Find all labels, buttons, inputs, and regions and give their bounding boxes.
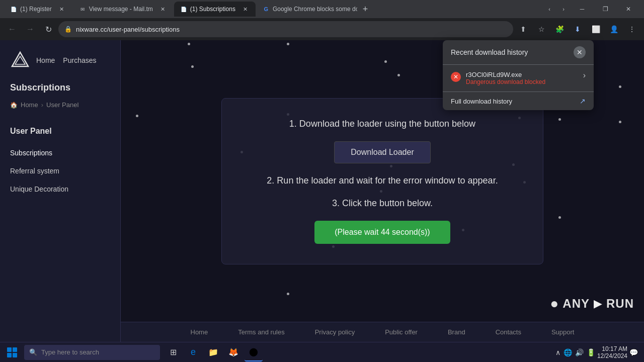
bookmark-button[interactable]: ☆ xyxy=(533,21,549,37)
download-loader-button[interactable]: Download Loader xyxy=(334,141,430,163)
profile-button[interactable]: 👤 xyxy=(606,21,622,37)
download-item-name: r3OCl0iRLd9W.exe xyxy=(466,71,578,78)
sidebar-panel-title: User Panel xyxy=(0,127,120,144)
full-history-link[interactable]: Full download history ↗ xyxy=(443,92,594,110)
sidebar-nav-purchases[interactable]: Purchases xyxy=(63,56,96,64)
lock-icon: 🔒 xyxy=(64,26,72,33)
forward-button[interactable]: → xyxy=(22,21,38,37)
instruction-step2: 2. Run the loader and wait for the error… xyxy=(267,175,498,186)
taskbar-file-explorer[interactable]: 📁 xyxy=(204,343,222,361)
back-button[interactable]: ← xyxy=(4,21,20,37)
taskbar-edge[interactable]: e xyxy=(184,343,202,361)
anyrun-any-text: ANY xyxy=(562,297,590,311)
notification-icon[interactable]: 💬 xyxy=(629,348,638,356)
taskbar-task-view[interactable]: ⊞ xyxy=(164,343,182,361)
tab-close-mail[interactable]: ✕ xyxy=(159,5,167,13)
start-square xyxy=(7,353,12,357)
footer-terms[interactable]: Terms and rules xyxy=(238,328,284,336)
taskbar-search-icon: 🔍 xyxy=(29,348,37,356)
new-tab-button[interactable]: + xyxy=(358,2,372,16)
download-item: ✕ r3OCl0iRLd9W.exe Dangerous download bl… xyxy=(443,65,594,92)
tab-label-mail: View message - Mail.tm xyxy=(89,6,153,13)
address-bar[interactable]: 🔒 nixware.cc/user-panel/subscriptions xyxy=(58,21,513,37)
start-button[interactable] xyxy=(0,342,24,363)
start-square xyxy=(7,347,12,352)
breadcrumb-home[interactable]: Home xyxy=(21,101,38,109)
edge-icon: e xyxy=(191,347,196,357)
close-button[interactable]: ✕ xyxy=(617,0,640,18)
sidebar-nav-home[interactable]: Home xyxy=(36,56,55,64)
taskbar-right: ∧ 🌐 🔊 🔋 10:17 AM 12/24/2024 💬 xyxy=(555,345,644,359)
taskbar-firefox[interactable]: 🦊 xyxy=(224,343,243,361)
anyrun-watermark: ● ANY ▶ RUN xyxy=(550,296,634,312)
download-item-status: Dangerous download blocked xyxy=(466,78,578,85)
breadcrumb-home-icon: 🏠 xyxy=(10,102,18,109)
breadcrumb-sep: › xyxy=(41,101,43,109)
footer-support[interactable]: Support xyxy=(551,328,575,336)
anyrun-run-text: RUN xyxy=(606,297,634,311)
anyrun-play-icon: ▶ xyxy=(594,297,602,310)
minimize-button[interactable]: ─ xyxy=(571,0,594,18)
tab-close-register[interactable]: ✕ xyxy=(58,5,66,13)
address-text: nixware.cc/user-panel/subscriptions xyxy=(76,26,180,33)
download-error-icon: ✕ xyxy=(451,72,461,82)
taskbar-apps: ⊞ e 📁 🦊 ⬤ xyxy=(164,343,263,361)
sidebar-item-subscriptions[interactable]: Subscriptions xyxy=(0,144,120,162)
start-icon xyxy=(7,347,17,357)
footer-privacy[interactable]: Privacy policy xyxy=(315,328,355,336)
tab-nav-right[interactable]: › xyxy=(556,0,571,18)
nav-actions: ⬆ ☆ 🧩 ⬇ ⬜ 👤 ⋮ xyxy=(515,21,640,37)
tab-label-subscriptions: (1) Subscriptions xyxy=(190,6,235,13)
download-item-info: r3OCl0iRLd9W.exe Dangerous download bloc… xyxy=(466,71,578,85)
refresh-button[interactable]: ↻ xyxy=(40,21,56,37)
instruction-step1: 1. Download the loader using the button … xyxy=(289,119,475,129)
tab-close-subscriptions[interactable]: ✕ xyxy=(242,5,250,13)
footer-offer[interactable]: Public offer xyxy=(385,328,418,336)
firefox-icon: 🦊 xyxy=(228,347,238,357)
breadcrumb-user-panel[interactable]: User Panel xyxy=(46,101,78,109)
tab-bar: 📄 (1) Register ✕ ✉ View message - Mail.t… xyxy=(0,0,644,18)
extensions-button[interactable]: 🧩 xyxy=(551,21,568,37)
download-history-popup: Recent download history ✕ ✕ r3OCl0iRLd9W… xyxy=(443,40,594,110)
sidebar-item-decoration[interactable]: Unique Decoration xyxy=(0,180,120,198)
sidebar-logo: Home Purchases xyxy=(0,50,120,82)
share-button[interactable]: ⬆ xyxy=(515,21,531,37)
footer-home[interactable]: Home xyxy=(191,328,208,336)
tab-label-register: (1) Register xyxy=(20,6,52,13)
taskbar-chrome[interactable]: ⬤ xyxy=(245,343,263,361)
tab-chrome-warning[interactable]: G Google Chrome blocks some do... ✕ xyxy=(257,2,357,17)
popup-close-button[interactable]: ✕ xyxy=(574,46,586,58)
taskbar-search-text: Type here to search xyxy=(41,348,99,356)
instruction-step3: 3. Click the button below. xyxy=(332,198,433,209)
tab-register[interactable]: 📄 (1) Register ✕ xyxy=(4,2,72,17)
popup-title: Recent download history xyxy=(451,48,528,56)
popup-header: Recent download history ✕ xyxy=(443,40,594,65)
tray-battery-icon[interactable]: 🔋 xyxy=(587,348,595,356)
tray-network-icon[interactable]: 🌐 xyxy=(564,348,572,356)
sidebar-top-nav: Home Purchases xyxy=(36,56,97,64)
taskbar: 🔍 Type here to search ⊞ e 📁 🦊 ⬤ ∧ 🌐 🔊 🔋 … xyxy=(0,342,644,362)
sidebar-section-title: Subscriptions xyxy=(0,82,120,101)
footer-contacts[interactable]: Contacts xyxy=(496,328,521,336)
start-square xyxy=(13,353,17,357)
maximize-button[interactable]: ❐ xyxy=(594,0,617,18)
menu-button[interactable]: ⋮ xyxy=(624,21,640,37)
tray-speaker-icon[interactable]: 🔊 xyxy=(575,348,584,356)
taskbar-search-bar[interactable]: 🔍 Type here to search xyxy=(24,345,160,360)
nav-bar: ← → ↻ 🔒 nixware.cc/user-panel/subscripti… xyxy=(0,18,644,40)
tab-mail[interactable]: ✉ View message - Mail.tm ✕ xyxy=(73,2,173,17)
tab-nav-left[interactable]: ‹ xyxy=(542,0,556,18)
instruction-card: 1. Download the loader using the button … xyxy=(221,98,543,264)
taskbar-tray-icons: ∧ 🌐 🔊 🔋 xyxy=(555,348,595,356)
download-item-more-button[interactable]: › xyxy=(583,71,586,80)
tab-subscriptions[interactable]: 📄 (1) Subscriptions ✕ xyxy=(174,2,256,17)
downloads-button[interactable]: ⬇ xyxy=(570,21,586,37)
taskbar-date-text: 12/24/2024 xyxy=(597,352,627,359)
breadcrumb: 🏠 Home › User Panel xyxy=(0,101,120,119)
wait-button[interactable]: (Please wait 44 second(s)) xyxy=(314,221,450,244)
window-controls: ‹ › ─ ❐ ✕ xyxy=(542,0,640,18)
footer-brand[interactable]: Brand xyxy=(448,328,465,336)
layout-button[interactable]: ⬜ xyxy=(588,21,604,37)
tray-chevron-icon[interactable]: ∧ xyxy=(555,348,560,356)
sidebar-item-referral[interactable]: Referral system xyxy=(0,162,120,180)
